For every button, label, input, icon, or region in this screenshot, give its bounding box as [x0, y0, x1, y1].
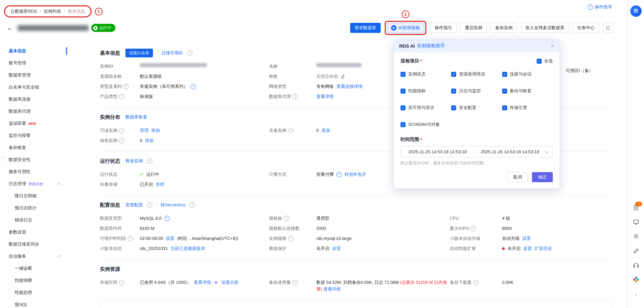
change-config-link[interactable]: 变更配置: [126, 202, 143, 208]
cancel-button[interactable]: 取消: [507, 172, 528, 182]
sidebar-item-whitelist-security[interactable]: 白名单与安全组: [0, 81, 67, 93]
checkbox-checked-icon[interactable]: [502, 88, 507, 94]
sidebar-item-performance-insight[interactable]: 性能洞察: [0, 274, 67, 286]
sidebar-item-blue-green[interactable]: 蓝绿部署NEW: [0, 118, 67, 130]
quick-access-pinwheel-icon[interactable]: [632, 276, 639, 283]
help-icon[interactable]: [473, 280, 479, 285]
checkbox-checked-icon[interactable]: [451, 88, 456, 94]
migrate-zone-link[interactable]: 迁移可用区: [161, 50, 183, 56]
time-start-value[interactable]: 2025-11-25 14:53:18 14:53:18: [405, 149, 470, 154]
checkbox-checked-icon[interactable]: [400, 122, 406, 127]
sidebar-item-databases[interactable]: 数据库管理: [0, 69, 67, 81]
proxy-detail-link[interactable]: 查看详情: [316, 93, 334, 100]
latest-version-link[interactable]: 当前已是最新版本: [170, 245, 205, 252]
minor-auto-set-link[interactable]: 设置: [522, 235, 531, 242]
edit-tag-icon[interactable]: [341, 74, 346, 79]
help-icon[interactable]: [284, 216, 289, 221]
join-global-database-button[interactable]: 加入全球多活数据库: [521, 23, 569, 33]
inspection-checkbox-ha-disaster[interactable]: 高可用与容灾: [400, 104, 451, 111]
readonly-manage-link[interactable]: 管理: [140, 127, 148, 134]
sidebar-item-data-security[interactable]: 数据安全性: [0, 154, 67, 166]
set-whitelist-button[interactable]: 设置白名单: [126, 49, 153, 57]
sidebar-item-slow-log-detail[interactable]: 慢日志明细: [0, 190, 67, 202]
inspection-checkbox-security-config[interactable]: 安全配置: [451, 104, 502, 111]
monitor-icon[interactable]: [632, 218, 639, 225]
operation-guide-link[interactable]: 操作指导: [588, 4, 612, 10]
document-icon[interactable]: 3: [632, 204, 639, 211]
collapse-caret-icon[interactable]: [57, 183, 61, 186]
help-icon-blue[interactable]: [190, 84, 196, 89]
help-icon[interactable]: [128, 236, 133, 241]
release-instance-link[interactable]: 释放实例: [126, 158, 143, 164]
select-all-checkbox[interactable]: 全选: [537, 58, 553, 64]
sidebar-item-log-management[interactable]: 日志管理智能分析: [0, 178, 67, 190]
storage-detail-link[interactable]: 查看详情: [194, 279, 211, 286]
sidebar-item-error-log[interactable]: 错误日志: [0, 214, 67, 226]
chevron-down-icon[interactable]: [545, 149, 549, 153]
inspection-checkbox-resource-usage[interactable]: 资源使用情况: [451, 71, 502, 78]
restart-instance-button[interactable]: 重启实例: [460, 23, 487, 33]
ai-assistant-launcher-icon[interactable]: [630, 5, 642, 17]
confirm-button[interactable]: 确定: [532, 172, 553, 182]
help-icon[interactable]: [147, 202, 152, 208]
time-end-value[interactable]: 2025-11-26 14:53:18 14:53:18: [477, 149, 543, 154]
help-icon[interactable]: [292, 280, 298, 285]
checkbox-checked-icon[interactable]: [502, 105, 507, 110]
help-icon[interactable]: [288, 236, 294, 241]
help-icon[interactable]: [187, 50, 192, 56]
pencil-icon[interactable]: [632, 247, 639, 254]
sidebar-item-one-click-diagnosis[interactable]: 一键诊断: [0, 262, 67, 274]
deep-analysis-link[interactable]: 深度分析: [221, 279, 239, 286]
to-subscription-link[interactable]: 转包年包月: [344, 171, 366, 178]
help-icon-blue[interactable]: [336, 172, 342, 177]
checkbox-checked-icon[interactable]: [502, 72, 507, 77]
sidebar-item-performance-trend[interactable]: 性能趋势: [0, 286, 67, 298]
backup-detail-link[interactable]: 查看详情: [323, 286, 341, 292]
help-icon[interactable]: [470, 226, 476, 231]
ai-inspection-button[interactable]: AI实例巡检: [386, 23, 424, 33]
vector-close-link[interactable]: 关闭: [156, 181, 164, 188]
breadcrumb-item-rds[interactable]: 云数据库RDS: [10, 8, 37, 14]
back-arrow-icon[interactable]: [7, 24, 14, 32]
checkbox-checked-icon[interactable]: [451, 105, 456, 110]
sidebar-item-slow-sql[interactable]: 慢SQL: [0, 298, 67, 308]
green-add-link[interactable]: 添加: [145, 137, 154, 144]
release-protection-set-link[interactable]: 设置: [332, 245, 341, 252]
checkbox-checked-icon[interactable]: [400, 105, 406, 110]
sidebar-item-autonomy-service[interactable]: 自治服务: [0, 250, 67, 262]
checkbox-checked-icon[interactable]: [400, 88, 406, 94]
dr-add-link[interactable]: 添加: [321, 127, 330, 134]
inspection-checkbox-performance-metrics[interactable]: 性能指标: [400, 88, 451, 94]
help-icon[interactable]: [288, 128, 294, 133]
help-icon[interactable]: [119, 280, 124, 285]
inspection-checkbox-instance-status[interactable]: 实例状态: [400, 71, 451, 78]
sidebar-item-slow-log-stats[interactable]: 慢日志统计: [0, 202, 67, 214]
inspection-checkbox-backup-recovery[interactable]: 备份与恢复: [502, 88, 553, 94]
operation-guide-button[interactable]: 操作指引: [430, 23, 456, 33]
sidebar-item-service-availability[interactable]: 服务可用性: [0, 166, 67, 178]
help-icon[interactable]: [292, 94, 298, 99]
sidebar-item-monitoring-alerts[interactable]: 监控与报警: [0, 130, 67, 142]
to-serverless-link[interactable]: 转Serverless: [161, 202, 186, 208]
sidebar-item-basic-info[interactable]: 基本信息: [0, 45, 67, 57]
checkbox-checked-icon[interactable]: [400, 72, 406, 77]
backup-instance-button[interactable]: 备份实例: [491, 23, 517, 33]
auto-scaling-set-link[interactable]: 设置: [523, 245, 532, 252]
help-icon[interactable]: [119, 94, 124, 99]
gear-icon[interactable]: [632, 233, 639, 240]
close-icon[interactable]: [551, 42, 554, 49]
checkbox-checked-icon[interactable]: [537, 58, 542, 64]
headset-icon[interactable]: [632, 262, 639, 268]
scaling-history-link[interactable]: 扩容历史: [535, 245, 552, 252]
time-range-input[interactable]: 2025-11-25 14:53:18 14:53:18 - 2025-11-2…: [400, 146, 553, 157]
collapse-caret-icon[interactable]: [57, 255, 61, 259]
collapse-rail-chevron-icon[interactable]: ›: [632, 290, 639, 297]
inspection-checkbox-logs-monitoring[interactable]: 日志与监控: [451, 88, 502, 94]
sidebar-item-proxy[interactable]: 数据库代理: [0, 105, 67, 118]
sidebar-item-accounts[interactable]: 账号管理: [0, 57, 67, 69]
help-icon[interactable]: [190, 202, 195, 208]
help-icon[interactable]: [119, 128, 124, 133]
sidebar-item-backup-restore[interactable]: 备份恢复: [0, 142, 67, 154]
inspection-checkbox-connections-sessions[interactable]: 连接与会话: [502, 71, 553, 78]
help-icon[interactable]: [124, 84, 129, 89]
